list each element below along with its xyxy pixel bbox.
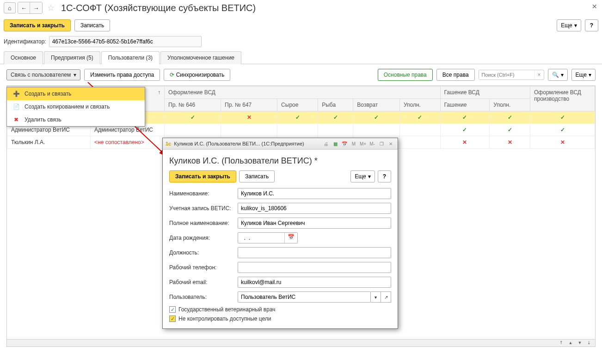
context-menu: ➕ Создать и связать 📄 Создать копировани… [6, 87, 145, 127]
calc-icon[interactable]: ▦ [331, 140, 339, 147]
user-select-wrap: ▾ ↗ [238, 291, 391, 303]
col-group-gash: Гашение ВСД [440, 86, 530, 99]
ctx-delete-link[interactable]: ✖ Удалить связь [7, 113, 145, 126]
dialog-titlebar[interactable]: 1c Куликов И.С. (Пользователи ВЕТИ... (1… [163, 138, 398, 150]
dob-input-wrap: 📅 [238, 232, 298, 243]
dob-input[interactable] [238, 233, 284, 243]
table-cell: ✓ [399, 111, 440, 124]
m-icon[interactable]: M [350, 140, 358, 147]
window-icon[interactable]: ❐ [377, 140, 386, 147]
help-button[interactable]: ? [585, 19, 598, 31]
scroll-bottom-icon[interactable]: ⤓ [585, 340, 593, 346]
table-cell [221, 124, 277, 136]
select-dropdown-icon[interactable]: ▾ [371, 291, 381, 303]
chevron-down-icon: ▾ [574, 22, 577, 29]
ctx-label: Создать и связать [25, 91, 71, 97]
print-icon[interactable]: 🖨 [322, 140, 330, 147]
search-clear-icon[interactable]: × [534, 70, 544, 79]
table-cell [277, 124, 318, 136]
vet-checkbox-row[interactable]: ✓ Государственный ветеринарный врач [169, 306, 391, 313]
scroll-top-icon[interactable]: ⤒ [557, 340, 565, 346]
search-dropdown-button[interactable]: 🔍▾ [548, 69, 568, 81]
tab-authorized[interactable]: Уполномоченное гашение [160, 51, 241, 64]
calendar-picker-icon[interactable]: 📅 [284, 233, 297, 243]
tab-main[interactable]: Основное [4, 51, 43, 64]
table-cell: ✓ [490, 111, 530, 124]
dialog-win-title: Куликов И.С. (Пользователи ВЕТИ... (1С:П… [174, 141, 304, 146]
id-row: Идентификатор: [0, 35, 602, 51]
plus-icon: ➕ [12, 91, 20, 97]
scroll-down-icon[interactable]: ▼ [576, 340, 584, 346]
control-checkbox-row[interactable]: ✓ Не контролировать доступные цели [169, 315, 391, 322]
ctx-label: Удалить связь [25, 116, 61, 123]
refresh-icon: ⟳ [170, 72, 174, 78]
fullname-label: Полное наименование: [169, 220, 234, 226]
chevron-down-icon: ▾ [589, 72, 591, 78]
table-cell: ✕ [440, 136, 490, 149]
dialog-more-button[interactable]: Еще ▾ [350, 170, 375, 182]
sync-button[interactable]: ⟳ Синхронизировать [164, 69, 230, 81]
dialog-toolbar: Записать и закрыть Записать Еще ▾ ? [169, 170, 391, 182]
user-label: Пользователь: [169, 294, 234, 300]
main-rights-button[interactable]: Основные права [378, 69, 433, 81]
more-button[interactable]: Еще▾ [557, 19, 581, 31]
forward-icon[interactable]: → [30, 2, 42, 13]
search-input[interactable] [479, 70, 534, 79]
account-input[interactable] [238, 203, 391, 214]
tab-users[interactable]: Пользователи (3) [101, 51, 160, 64]
dialog-help-button[interactable]: ? [378, 170, 391, 182]
table-cell [318, 124, 353, 136]
calendar-icon[interactable]: 📅 [340, 140, 349, 147]
id-input[interactable] [49, 36, 202, 47]
name-input[interactable] [238, 188, 391, 199]
chevron-down-icon: ▾ [561, 72, 564, 78]
chevron-down-icon: ▾ [74, 72, 76, 78]
fullname-input[interactable] [238, 218, 391, 229]
col-return: Возврат [353, 99, 400, 111]
back-icon[interactable]: ← [18, 2, 30, 13]
copy-icon: 📄 [12, 103, 20, 110]
email-input[interactable] [238, 277, 391, 288]
tab-enterprises[interactable]: Предприятия (5) [44, 51, 100, 64]
col-gash: Гашение [440, 99, 490, 111]
save-close-button[interactable]: Записать и закрыть [4, 19, 71, 31]
table-cell: ✕ [221, 111, 277, 124]
home-icon[interactable]: ⌂ [4, 2, 16, 13]
table-cell: ✕ [530, 136, 595, 149]
magnifier-icon: 🔍 [552, 72, 559, 78]
col-raw: Сырое [277, 99, 318, 111]
m-minus-icon[interactable]: M- [368, 140, 376, 147]
table-scroll-footer: ⤒ ▲ ▼ ⤓ [7, 339, 595, 346]
col-pr646: Пр. № 646 [165, 99, 221, 111]
close-icon[interactable]: ✕ [592, 3, 597, 10]
checkbox-checked-icon[interactable]: ✓ [169, 315, 176, 322]
scroll-up-icon[interactable]: ▲ [566, 340, 575, 346]
sort-icon[interactable]: ↑ [158, 89, 160, 96]
dialog-save-close-button[interactable]: Записать и закрыть [169, 170, 236, 182]
dialog-close-icon[interactable]: ✕ [387, 140, 395, 147]
email-label: Рабочий email: [169, 279, 234, 285]
main-toolbar: Записать и закрыть Записать Еще▾ ? [0, 16, 602, 35]
control-label: Не контролировать доступные цели [178, 315, 271, 322]
table-cell: ✓ [530, 124, 595, 136]
table-cell: ✓ [277, 111, 318, 124]
m-plus-icon[interactable]: M+ [359, 140, 367, 147]
dob-label: Дата рождения: [169, 235, 234, 241]
user-select[interactable] [238, 291, 371, 303]
select-open-icon[interactable]: ↗ [381, 291, 391, 303]
all-rights-button[interactable]: Все права [436, 69, 475, 81]
star-icon[interactable]: ☆ [47, 3, 55, 13]
change-access-button[interactable]: Изменить права доступа [84, 69, 160, 81]
save-button[interactable]: Записать [74, 19, 110, 31]
table-cell [165, 124, 221, 136]
checkbox-checked-icon[interactable]: ✓ [169, 306, 176, 313]
chevron-down-icon: ▾ [368, 173, 371, 180]
more-button-sub[interactable]: Еще▾ [571, 69, 596, 81]
dialog-save-button[interactable]: Записать [239, 170, 275, 182]
ctx-copy-link[interactable]: 📄 Создать копированием и связать [7, 100, 145, 113]
id-label: Идентификатор: [4, 38, 46, 45]
link-user-dropdown[interactable]: Связь с пользователем ▾ [6, 69, 80, 80]
ctx-create-link[interactable]: ➕ Создать и связать [7, 87, 145, 100]
phone-input[interactable] [238, 262, 391, 273]
position-input[interactable] [238, 247, 391, 258]
